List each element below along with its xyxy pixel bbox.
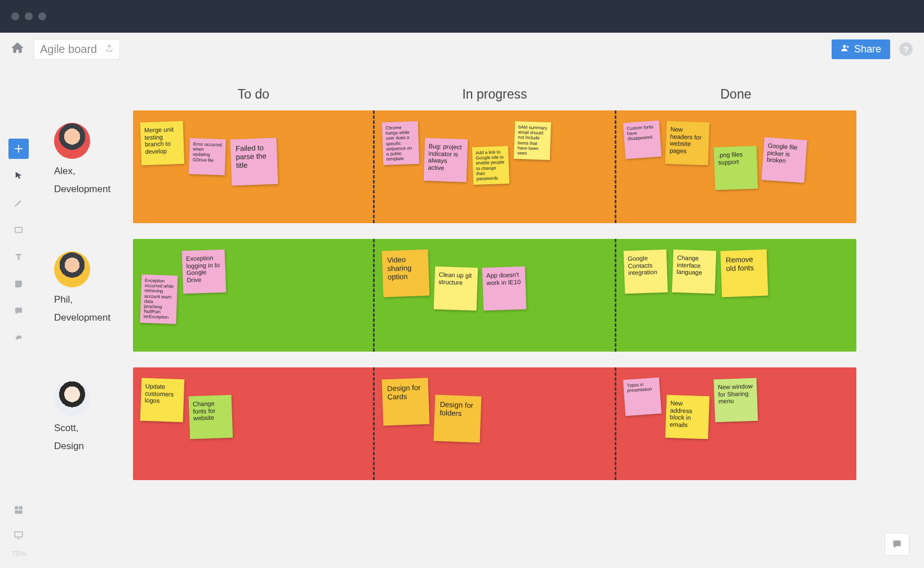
- lane-assignee: Phil,Development: [54, 239, 133, 352]
- lane-phil: Phil,DevelopmentException occurred while…: [54, 239, 856, 352]
- sticky-note[interactable]: New headers for website pages: [665, 121, 710, 166]
- lane-column-in_progress[interactable]: Design for CardsDesign for folders: [373, 367, 615, 480]
- lane-column-todo[interactable]: Merge unit testing branch to developErro…: [133, 110, 373, 223]
- sticky-note[interactable]: App doesn't work in IE10: [482, 267, 527, 311]
- lane-column-done[interactable]: Typos in presentationNew address block i…: [615, 367, 856, 480]
- share-button[interactable]: Share: [832, 39, 890, 59]
- left-toolbar: 75%: [0, 65, 37, 568]
- assignee-role: Design: [54, 441, 133, 452]
- sticky-note[interactable]: Chrome hangs while user does a specific …: [382, 121, 420, 165]
- assignee-name: Phil,: [54, 294, 133, 305]
- lane-column-done[interactable]: Google Contacts integrationChange interf…: [615, 239, 856, 352]
- zoom-level[interactable]: 75%: [11, 549, 26, 558]
- sticky-note[interactable]: Error occurred when updating GDrive file: [189, 138, 226, 175]
- layout-icon: [14, 505, 24, 515]
- tool-sticky[interactable]: [8, 274, 29, 294]
- sticky-note[interactable]: Add a link to Google site to enable peop…: [472, 146, 509, 185]
- sticky-note[interactable]: Google Contacts integration: [624, 250, 668, 294]
- chat-icon: [891, 539, 903, 550]
- svg-point-0: [843, 45, 846, 47]
- toolbar-bottom: 75%: [8, 500, 29, 558]
- column-header-done: Done: [615, 87, 856, 102]
- avatar[interactable]: [54, 380, 90, 416]
- comment-icon: [14, 306, 24, 316]
- chat-button[interactable]: [885, 533, 909, 556]
- sticky-note[interactable]: Exception logging in to Google Drive: [182, 250, 226, 294]
- share-button-label: Share: [854, 43, 881, 55]
- column-header-in-progress: In progress: [374, 87, 615, 102]
- sticky-note[interactable]: New window for Sharing menu: [714, 378, 758, 423]
- sticky-note[interactable]: Bug: project indicator is always active: [424, 138, 468, 183]
- sticky-note[interactable]: Google file picker is broken: [761, 137, 807, 183]
- sticky-note[interactable]: Remove old fonts: [721, 250, 768, 298]
- sticky-note[interactable]: Design for Cards: [382, 378, 430, 426]
- window-titlebar: [0, 0, 924, 33]
- lane-assignee: Alex,Development: [54, 110, 133, 223]
- svg-rect-5: [15, 532, 23, 537]
- lane-assignee: Scott,Design: [54, 367, 133, 480]
- lane-column-todo[interactable]: Exception occurred while retrieving acco…: [133, 239, 373, 352]
- workspace: 75% To do In progress Done Alex,Developm…: [0, 65, 924, 568]
- lane-alex: Alex,DevelopmentMerge unit testing branc…: [54, 110, 856, 223]
- avatar[interactable]: [54, 251, 90, 287]
- lane-body: Merge unit testing branch to developErro…: [133, 110, 856, 223]
- lane-column-todo[interactable]: Update customers logosChange fonts for w…: [133, 367, 373, 480]
- sticky-note[interactable]: Merge unit testing branch to develop: [140, 121, 185, 166]
- sticky-note[interactable]: .png files support: [714, 146, 758, 190]
- tool-shape[interactable]: [8, 220, 29, 240]
- lane-column-done[interactable]: Custom fonts have disappearedNew headers…: [615, 110, 856, 223]
- top-bar: Agile board Share ?: [0, 33, 924, 65]
- canvas[interactable]: To do In progress Done Alex,DevelopmentM…: [37, 65, 924, 568]
- sticky-note[interactable]: Video sharing option: [382, 250, 430, 298]
- pencil-icon: [14, 198, 24, 208]
- sticky-note[interactable]: Change fonts for website: [189, 395, 233, 440]
- board-title-card[interactable]: Agile board: [34, 39, 120, 60]
- tool-frames[interactable]: [8, 500, 29, 520]
- plus-icon: [13, 143, 24, 154]
- assignee-role: Development: [54, 184, 133, 195]
- tool-pen[interactable]: [8, 193, 29, 213]
- traffic-light-close[interactable]: [11, 12, 19, 20]
- export-icon[interactable]: [105, 43, 114, 56]
- lane-column-in_progress[interactable]: Video sharing optionClean up git structu…: [373, 239, 615, 352]
- sticky-note[interactable]: Custom fonts have disappeared: [623, 121, 661, 159]
- cursor-icon: [14, 171, 24, 181]
- traffic-light-zoom[interactable]: [38, 12, 46, 20]
- sticky-note[interactable]: Failed to parse the title: [230, 138, 278, 186]
- person-add-icon: [841, 43, 850, 55]
- svg-rect-4: [15, 511, 23, 514]
- sticky-note[interactable]: New address block in emails: [665, 395, 710, 440]
- column-headers: To do In progress Done: [133, 87, 856, 102]
- sticky-note[interactable]: Change interface language: [672, 250, 717, 294]
- tool-present[interactable]: [8, 525, 29, 545]
- sticky-icon: [14, 279, 24, 289]
- undo-icon: [14, 333, 24, 343]
- swimlanes: Alex,DevelopmentMerge unit testing branc…: [54, 110, 856, 496]
- tool-undo[interactable]: [8, 328, 29, 348]
- home-icon[interactable]: [10, 41, 25, 57]
- board-title: Agile board: [40, 43, 97, 56]
- traffic-light-minimize[interactable]: [25, 12, 33, 20]
- svg-rect-1: [15, 228, 22, 233]
- lane-column-in_progress[interactable]: Chrome hangs while user does a specific …: [373, 110, 615, 223]
- assignee-name: Scott,: [54, 423, 133, 434]
- sticky-note[interactable]: Exception occurred while retrieving acco…: [140, 274, 178, 324]
- tool-text[interactable]: [8, 247, 29, 267]
- lane-scott: Scott,DesignUpdate customers logosChange…: [54, 367, 856, 480]
- sticky-note[interactable]: 6AM summary email should not include ite…: [514, 121, 551, 160]
- help-button[interactable]: ?: [899, 42, 913, 56]
- app-window: Agile board Share ?: [0, 0, 924, 568]
- sticky-note[interactable]: Update customers logos: [140, 378, 185, 423]
- tool-add[interactable]: [8, 139, 29, 159]
- lane-body: Update customers logosChange fonts for w…: [133, 367, 856, 480]
- avatar[interactable]: [54, 123, 90, 159]
- tool-comment[interactable]: [8, 301, 29, 321]
- sticky-note[interactable]: Typos in presentation: [623, 378, 661, 416]
- assignee-name: Alex,: [54, 166, 133, 177]
- sticky-note[interactable]: Clean up git structure: [434, 267, 478, 311]
- svg-rect-3: [19, 506, 23, 509]
- rectangle-icon: [14, 225, 24, 235]
- sticky-note[interactable]: Design for folders: [434, 395, 482, 443]
- tool-select[interactable]: [8, 166, 29, 186]
- screen-icon: [14, 530, 24, 540]
